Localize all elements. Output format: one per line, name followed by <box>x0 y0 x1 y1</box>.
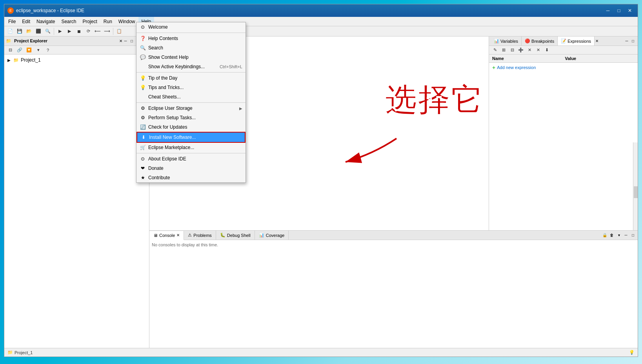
link-editor-btn[interactable]: 🔗 <box>15 46 24 55</box>
menu-item-donate[interactable]: ❤ Donate <box>136 164 246 173</box>
help-btn[interactable]: ? <box>44 46 52 55</box>
expressions-icon: 📝 <box>561 38 566 44</box>
menu-item-check-updates[interactable]: 🔄 Check for Updates <box>136 122 246 132</box>
toolbar-btn4[interactable]: ⬛ <box>34 27 43 36</box>
toolbar-btn6[interactable]: ⟳ <box>84 27 93 36</box>
menu-run[interactable]: Run <box>100 17 115 26</box>
toolbar-perspective-btn[interactable]: 📋 <box>115 27 124 36</box>
menu-project[interactable]: Project <box>79 17 100 26</box>
maximize-panel-btn[interactable]: □ <box>129 38 135 44</box>
toolbar-btn5[interactable]: 🔍 <box>44 27 52 36</box>
menu-item-show-context-help[interactable]: 💬 Show Context Help <box>136 53 246 62</box>
tip-icon: 💡 <box>140 75 146 81</box>
toolbar-debug-btn[interactable]: ▶ <box>56 27 64 36</box>
expr-btn6[interactable]: ✕ <box>534 46 542 55</box>
install-software-icon: ⬇ <box>140 134 147 140</box>
menu-window[interactable]: Window <box>115 17 138 26</box>
menu-item-tip-of-day[interactable]: 💡 Tip of the Day <box>136 73 246 83</box>
close-button[interactable]: ✕ <box>625 7 635 15</box>
right-scrollbar-thumb[interactable] <box>634 186 638 198</box>
eclipse-window: E eclipse_workspace - Eclipse IDE ─ □ ✕ … <box>4 4 638 357</box>
add-expression-icon: + <box>492 64 495 71</box>
toolbar-btn8[interactable]: ⟶ <box>103 27 111 36</box>
menu-search[interactable]: Search <box>58 17 79 26</box>
expressions-table-header: Name Value <box>489 55 638 63</box>
menu-item-perform-setup[interactable]: ⚙ Perform Setup Tasks... <box>136 113 246 122</box>
tab-breakpoints[interactable]: 🔴 Breakpoints <box>522 36 558 46</box>
menu-item-help-contents[interactable]: ❓ Help Contents <box>136 34 246 43</box>
menu-item-install-new-software[interactable]: ⬇ Install New Software... <box>136 132 246 143</box>
status-project-icon: 📁 <box>7 350 13 355</box>
tab-debug-shell[interactable]: 🐛 Debug Shell <box>216 231 255 240</box>
expr-btn3[interactable]: ⊟ <box>508 46 517 55</box>
scroll-lock-btn[interactable]: 🔒 <box>602 232 608 238</box>
tab-coverage[interactable]: 📊 Coverage <box>255 231 289 240</box>
maximize-button[interactable]: □ <box>614 7 624 15</box>
tree-project[interactable]: ▶ 📁 Project_1 <box>6 56 147 64</box>
filter-btn[interactable]: 🔽 <box>25 46 33 55</box>
add-expression-row[interactable]: + Add new expression <box>489 63 638 72</box>
menu-item-eclipse-marketplace[interactable]: 🛒 Eclipse Marketplace... <box>136 143 246 152</box>
coverage-icon: 📊 <box>259 233 264 238</box>
menu-item-eclipse-user-storage[interactable]: ⚙ Eclipse User Storage ▶ <box>136 104 246 113</box>
expr-btn5[interactable]: ✕ <box>525 46 534 55</box>
menu-item-cheat-sheets[interactable]: Cheat Sheets... <box>136 92 246 102</box>
tab-variables[interactable]: 📊 Variables <box>491 36 522 46</box>
menu-item-search[interactable]: 🔍 Search <box>136 43 246 53</box>
menu-item-contribute[interactable]: ★ Contribute <box>136 173 246 182</box>
menu-sep-2 <box>136 72 246 73</box>
toolbar-sep1 <box>54 28 54 35</box>
menu-file[interactable]: File <box>5 17 19 26</box>
variables-icon: 📊 <box>494 38 499 44</box>
collapse-all-btn[interactable]: ⊟ <box>6 46 15 55</box>
tab-expressions[interactable]: 📝 Expressions <box>558 36 595 46</box>
status-project: 📁 Project_1 <box>7 350 33 355</box>
menu-item-about-eclipse[interactable]: ⊙ About Eclipse IDE <box>136 154 246 164</box>
menu-item-keybindings[interactable]: Show Active Keybindings... Ctrl+Shift+L <box>136 62 246 71</box>
right-panel-header: 📊 Variables 🔴 Breakpoints 📝 Expressions … <box>489 36 638 46</box>
right-panel: 📊 Variables 🔴 Breakpoints 📝 Expressions … <box>489 36 638 230</box>
menu-item-welcome[interactable]: ⊙ Welcome <box>136 22 246 32</box>
toolbar-run-btn[interactable]: ▶ <box>65 27 74 36</box>
minimize-bottom-btn[interactable]: ─ <box>623 232 629 238</box>
console-dropdown-btn[interactable]: ▾ <box>616 232 622 238</box>
expr-btn7[interactable]: ⬇ <box>542 46 551 55</box>
status-bar: 📁 Project_1 💡 <box>4 348 638 357</box>
expr-btn2[interactable]: ⊞ <box>499 46 508 55</box>
toolbar-sep2 <box>113 28 113 35</box>
donate-icon: ❤ <box>140 165 146 171</box>
menu-edit[interactable]: Edit <box>19 17 33 26</box>
name-col-header: Name <box>491 55 564 62</box>
maximize-right-btn[interactable]: □ <box>630 38 636 44</box>
tree-expand-arrow: ▶ <box>7 58 12 62</box>
toolbar-btn7[interactable]: ⟵ <box>93 27 102 36</box>
explorer-menu-btn[interactable]: ▾ <box>34 46 43 55</box>
maximize-bottom-btn[interactable]: □ <box>630 232 636 238</box>
annotation-overlay: 选择它 <box>385 80 484 122</box>
minimize-panel-btn[interactable]: ─ <box>122 38 129 44</box>
minimize-right-btn[interactable]: ─ <box>624 38 630 44</box>
menu-navigate[interactable]: Navigate <box>33 17 58 26</box>
tab-problems[interactable]: ⚠ Problems <box>184 231 216 240</box>
bottom-panel: 🖥 Console ✕ ⚠ Problems 🐛 Debug Shell 📊 <box>149 230 638 348</box>
expressions-content: Name Value + Add new expression <box>489 55 638 142</box>
expr-btn1[interactable]: ✎ <box>491 46 499 55</box>
minimize-button[interactable]: ─ <box>603 7 613 15</box>
marketplace-icon: 🛒 <box>140 144 146 151</box>
toolbar-btn3[interactable]: 📂 <box>25 27 33 36</box>
clear-console-btn[interactable]: 🗑 <box>609 232 615 238</box>
project-tree: ▶ 📁 Project_1 <box>4 55 149 348</box>
console-content: No consoles to display at this time. <box>149 240 638 348</box>
expr-btn4[interactable]: ➕ <box>517 46 525 55</box>
right-scrollbar[interactable] <box>633 142 638 230</box>
toolbar-stop-btn[interactable]: ⏹ <box>75 27 83 36</box>
tips-tricks-icon: 💡 <box>140 84 146 91</box>
keybindings-shortcut: Ctrl+Shift+L <box>220 64 242 69</box>
menu-item-tips-tricks[interactable]: 💡 Tips and Tricks... <box>136 83 246 92</box>
tab-console[interactable]: 🖥 Console ✕ <box>149 231 184 240</box>
console-tab-close: ✕ <box>176 233 180 237</box>
breakpoints-icon: 🔴 <box>525 38 530 44</box>
toolbar-new-btn[interactable]: 📄 <box>6 27 15 36</box>
menu-bar: File Edit Navigate Search Project Run Wi… <box>4 17 638 26</box>
toolbar-save-btn[interactable]: 💾 <box>15 27 24 36</box>
